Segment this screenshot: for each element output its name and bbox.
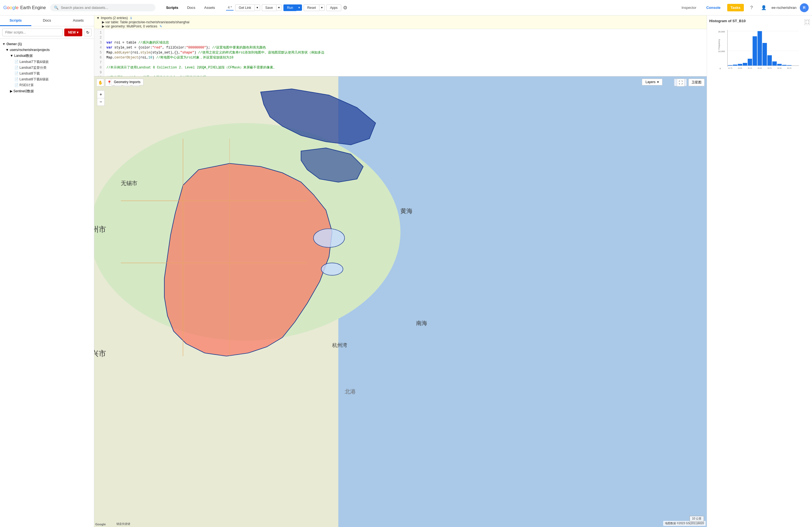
histogram-area: Histogram of ST_B10 ⛶ 20,000 10,000 0 Fr… <box>707 15 812 75</box>
folder-sentinel2[interactable]: ▶ Sentinel2数据 <box>0 88 94 95</box>
left-tab-assets[interactable]: Assets <box>63 15 94 26</box>
search-icon: 🔍 <box>54 5 58 10</box>
google-logo-map: Google <box>95 523 106 526</box>
svg-text:40.00: 40.00 <box>757 67 762 69</box>
svg-rect-28 <box>743 63 747 66</box>
tab-tasks[interactable]: Tasks <box>727 4 744 11</box>
user-avatar[interactable]: R <box>800 3 809 12</box>
svg-rect-31 <box>757 31 762 66</box>
reset-arrow[interactable]: ▾ <box>319 4 325 11</box>
zoom-in-button[interactable]: + <box>97 90 105 98</box>
reset-button[interactable]: Reset <box>304 4 319 11</box>
svg-text:69.25: 69.25 <box>787 67 792 69</box>
hand-tool-button[interactable]: ✋ <box>97 79 104 86</box>
script-landsat7-classify[interactable]: 📄 Landsat7监督分类 <box>0 65 94 71</box>
imports-toggle[interactable]: ▼ <box>97 16 100 20</box>
imports-label: Imports (2 entries) <box>101 16 128 20</box>
run-button[interactable]: Run <box>284 4 296 11</box>
svg-text:59.50: 59.50 <box>777 67 782 69</box>
layers-label: Layers <box>646 80 655 84</box>
filter-bar: NEW ▾ ↻ <box>0 26 94 39</box>
svg-text:黄海: 黄海 <box>401 208 413 214</box>
search-input[interactable] <box>61 5 151 10</box>
histogram-chart: 20,000 10,000 0 Frequency <box>709 27 810 73</box>
left-tab-scripts[interactable]: Scripts <box>0 15 31 26</box>
import-geometry: ▶ var geometry: MultiPoint, 0 vertices ✎ <box>97 24 705 28</box>
script-landsat7-download[interactable]: 📄 Landsat7下载&镶嵌 <box>0 59 94 65</box>
geometry-imports-button[interactable]: Geometry Imports <box>111 79 144 85</box>
map-background: 苏州市 嘉兴市 无锡市 黄海 南海 杭州湾 北港 <box>94 76 707 527</box>
keyboard-shortcut: 键盘快捷键 <box>116 522 130 526</box>
svg-rect-30 <box>753 36 757 66</box>
script-landsat8-download[interactable]: 📄 Landsat8下载 <box>0 71 94 76</box>
code-editor[interactable]: 1 2 3 4 5 6 7 8 9 10 11 var roi = table … <box>94 29 707 76</box>
save-button[interactable]: Save <box>262 4 276 11</box>
svg-rect-25 <box>728 65 733 66</box>
satellite-view-btn[interactable]: 卫星图 <box>688 79 705 86</box>
svg-point-4 <box>321 263 343 275</box>
expand-map-area: ⛶ <box>677 79 684 86</box>
geometry-imports-label: Geometry Imports <box>114 80 141 84</box>
svg-rect-37 <box>787 65 792 66</box>
script-rsei[interactable]: 📄 RSEI计算 <box>0 82 94 88</box>
user-name[interactable]: ee-rscherishran <box>771 5 797 10</box>
run-group: Run ▾ <box>284 4 302 11</box>
svg-rect-33 <box>767 55 772 66</box>
zoom-out-button[interactable]: − <box>97 98 105 106</box>
get-link-arrow[interactable]: ▾ <box>255 4 260 11</box>
svg-text:嘉兴市: 嘉兴市 <box>94 350 106 358</box>
right-panel: Histogram of ST_B10 ⛶ 20,000 10,000 0 Fr… <box>707 15 812 527</box>
histogram-title: Histogram of ST_B10 <box>709 19 745 23</box>
new-script-button[interactable]: NEW ▾ <box>64 29 82 36</box>
get-link-group: Get Link ▾ <box>235 4 260 11</box>
main-tabs: Scripts Docs Assets <box>162 4 219 11</box>
notifications-icon[interactable]: 👤 <box>759 3 768 12</box>
save-arrow[interactable]: ▾ <box>276 4 282 11</box>
layers-button[interactable]: Layers ▾ <box>642 79 663 85</box>
tab-inspector[interactable]: Inspector <box>678 4 699 11</box>
svg-text:南海: 南海 <box>416 320 427 326</box>
svg-text:49.75: 49.75 <box>767 67 772 69</box>
svg-rect-35 <box>777 64 782 66</box>
geometry-edit-icon[interactable]: ✎ <box>160 25 162 28</box>
center-panel: ▼ Imports (2 entries) ℹ ▶ var table: Tab… <box>94 15 707 527</box>
filter-scripts-input[interactable] <box>2 29 63 36</box>
get-link-button[interactable]: Get Link <box>235 4 255 11</box>
refresh-button[interactable]: ↻ <box>84 29 92 36</box>
svg-rect-32 <box>763 43 767 66</box>
tab-scripts[interactable]: Scripts <box>162 4 182 11</box>
svg-rect-29 <box>748 59 752 66</box>
run-arrow[interactable]: ▾ <box>296 4 302 11</box>
reset-group: Reset ▾ <box>304 4 325 11</box>
imports-header: ▼ Imports (2 entries) ℹ <box>97 16 705 20</box>
settings-icon[interactable]: ⚙ <box>343 5 347 11</box>
expand-map-button[interactable]: ⛶ <box>677 79 684 86</box>
top-right-area: Inspector Console Tasks ? 👤 ee-rscherish… <box>678 3 809 12</box>
layers-control: Layers ▾ <box>642 79 663 85</box>
tab-assets[interactable]: Assets <box>200 4 219 11</box>
help-icon[interactable]: ? <box>747 3 756 12</box>
code-editor-area: ▼ Imports (2 entries) ℹ ▶ var table: Tab… <box>94 15 707 76</box>
svg-rect-34 <box>772 61 777 66</box>
svg-text:20.50: 20.50 <box>738 67 742 69</box>
top-navigation: Google Earth Engine 🔍 Scripts Docs Asset… <box>0 0 812 15</box>
expand-histogram-button[interactable]: ⛶ <box>804 19 810 25</box>
search-box[interactable]: 🔍 <box>50 4 156 11</box>
google-logo-text: Google <box>3 5 18 11</box>
tab-console[interactable]: Console <box>703 4 724 11</box>
svg-text:北港: 北港 <box>345 388 356 395</box>
apps-button[interactable]: Apps <box>327 4 341 11</box>
scale-bar: 10 公里 <box>690 516 704 522</box>
script-landsat8-download-mosaic[interactable]: 📄 Landsat8下载&镶嵌 <box>0 76 94 82</box>
imports-info-icon[interactable]: ℹ <box>130 16 132 20</box>
zoom-controls: + − <box>97 90 105 106</box>
tab-docs[interactable]: Docs <box>183 4 199 11</box>
svg-text:10.75: 10.75 <box>728 67 733 69</box>
folder-user-projects[interactable]: ▼ users/rscherishran/projects <box>0 47 94 53</box>
left-tabs: Scripts Docs Assets <box>0 15 94 26</box>
left-tab-docs[interactable]: Docs <box>31 15 63 26</box>
code-tab-active[interactable]: 4 * <box>226 5 234 11</box>
svg-rect-36 <box>782 65 786 66</box>
code-content[interactable]: var roi = table //感兴趣的区域信息 var style_set… <box>104 29 707 76</box>
folder-landsat[interactable]: ▼ Landsat数据 <box>0 53 94 59</box>
